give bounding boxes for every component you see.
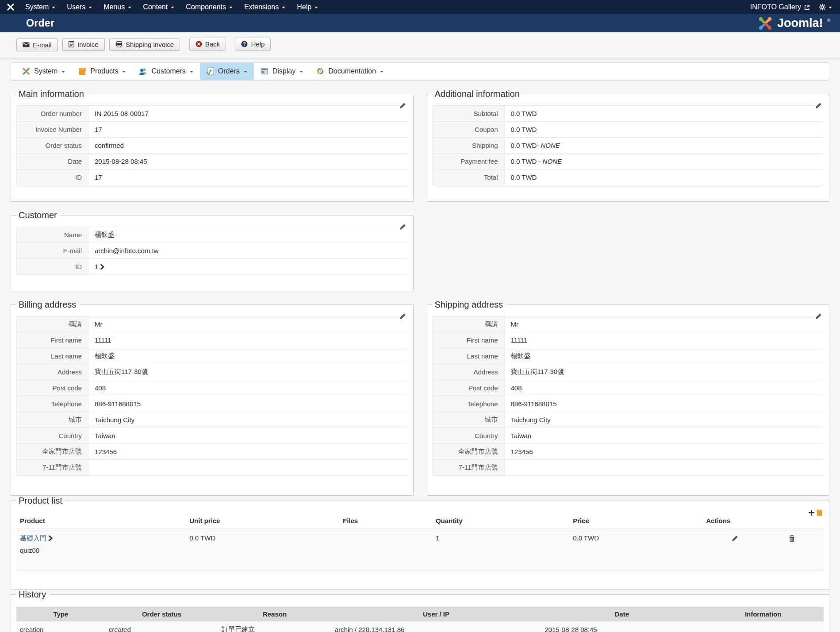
field-value: 0.0 TWD -NONE xyxy=(504,153,824,169)
back-button[interactable]: Back xyxy=(189,38,226,50)
field-label: 全家門市店號 xyxy=(433,443,504,459)
table-row: Subtotal0.0 TWD xyxy=(433,105,824,121)
display-icon xyxy=(261,68,268,75)
field-value: 2015-08-28 08:45 xyxy=(88,153,408,169)
vmnav-display[interactable]: Display xyxy=(254,63,310,80)
customer-table: Name楊欽盛 E-mailarchin@infoto.com.tw ID1 xyxy=(16,227,408,275)
edit-icon[interactable] xyxy=(399,313,406,320)
tools-icon xyxy=(22,67,30,75)
customers-icon xyxy=(139,68,147,75)
invoice-button[interactable]: Invoice xyxy=(62,38,105,51)
panel-title: Customer xyxy=(16,210,61,220)
gear-icon[interactable] xyxy=(819,4,832,11)
menu-components[interactable]: Components xyxy=(180,0,238,14)
forward-arrow-icon[interactable] xyxy=(49,536,53,541)
edit-icon[interactable] xyxy=(399,224,406,231)
back-icon xyxy=(196,41,202,47)
table-row: Shipping0.0 TWD-NONE xyxy=(433,137,824,153)
menu-menus[interactable]: Menus xyxy=(98,0,137,14)
main-information-table: Order numberIN-2015-08-00017 Invoice Num… xyxy=(16,105,408,185)
vmnav-products[interactable]: Products xyxy=(72,63,132,80)
field-value: 0.0 TWD xyxy=(504,121,824,137)
field-value: Taichung City xyxy=(88,412,408,428)
history-table: Type Order status Reason User / IP Date … xyxy=(16,607,824,632)
panel-title: Product list xyxy=(16,496,66,506)
field-value xyxy=(88,459,408,475)
vmnav-system[interactable]: System xyxy=(15,63,72,80)
orders-icon xyxy=(207,67,214,75)
vmnav-customers[interactable]: Customers xyxy=(132,63,199,80)
field-value: 0.0 TWD-NONE xyxy=(504,137,824,153)
forward-arrow-icon[interactable] xyxy=(100,264,104,270)
table-row: E-mailarchin@infoto.com.tw xyxy=(17,243,408,258)
field-label: Order number xyxy=(17,105,88,121)
billing-address-panel: Billing address 稱謂Mr First name11111 Las… xyxy=(11,300,414,496)
field-value: IN-2015-08-00017 xyxy=(88,105,408,121)
edit-icon[interactable] xyxy=(815,102,822,109)
field-label: Invoice Number xyxy=(17,121,88,137)
billing-address-table: 稱謂Mr First name11111 Last name楊欽盛 Addres… xyxy=(16,316,408,476)
price-cell: 0.0 TWD xyxy=(569,528,702,570)
date-cell: 2015-08-28 08:45 xyxy=(541,621,702,632)
reason-cell: 訂單已建立 xyxy=(218,621,331,632)
field-value: 楊欽盛 xyxy=(88,348,408,364)
email-button[interactable]: E-mail xyxy=(16,39,58,51)
field-value: 17 xyxy=(88,121,408,137)
vmnav-orders[interactable]: Orders xyxy=(200,63,254,80)
edit-icon[interactable] xyxy=(731,535,738,542)
status-cell: created xyxy=(105,621,219,632)
product-box-icon[interactable] xyxy=(816,509,823,516)
menu-help[interactable]: Help xyxy=(291,0,324,14)
table-row: Name楊欽盛 xyxy=(17,227,408,243)
menu-users[interactable]: Users xyxy=(61,0,98,14)
table-row: Post code408 xyxy=(433,380,824,396)
files-cell xyxy=(339,528,432,570)
chevron-down-icon xyxy=(88,7,92,8)
field-label: 城市 xyxy=(17,412,88,428)
help-icon: ? xyxy=(241,41,248,47)
shipping-invoice-button[interactable]: Shipping invoice xyxy=(109,38,180,51)
table-row: 7-11門市店號 xyxy=(433,459,824,475)
column-header: Price xyxy=(569,513,702,529)
edit-icon[interactable] xyxy=(399,102,406,109)
table-row: Total0.0 TWD xyxy=(433,169,824,185)
menu-system[interactable]: System xyxy=(19,0,61,14)
vmnav-documentation[interactable]: Documentation xyxy=(310,63,390,80)
field-label: Last name xyxy=(433,348,504,364)
field-value: 0.0 TWD xyxy=(504,169,824,185)
field-value: 886-911688015 xyxy=(88,396,408,412)
help-button[interactable]: ? Help xyxy=(235,38,271,50)
chevron-down-icon xyxy=(244,71,247,73)
history-panel: History Type Order status Reason User / … xyxy=(11,590,829,632)
printer-icon xyxy=(115,41,123,47)
table-row: 城市Taichung City xyxy=(17,412,408,428)
edit-icon[interactable] xyxy=(815,313,822,320)
table-row: ID1 xyxy=(17,258,408,274)
product-link[interactable]: 基礎入門 xyxy=(20,534,46,542)
table-row: Address寶山五街117-30號 xyxy=(433,364,824,380)
add-product-icon[interactable] xyxy=(809,510,814,516)
site-preview-link[interactable]: INFOTO Gallery xyxy=(750,3,810,11)
field-value: 408 xyxy=(88,380,408,396)
field-value: Taiwan xyxy=(88,428,408,443)
chevron-down-icon xyxy=(190,71,193,73)
field-label: Date xyxy=(17,153,88,169)
field-value: 1 xyxy=(88,258,408,274)
field-label: Post code xyxy=(433,380,504,396)
column-header: User / IP xyxy=(331,607,541,621)
menu-content[interactable]: Content xyxy=(137,0,180,14)
field-value: archin@infoto.com.tw xyxy=(88,243,408,258)
field-label: 全家門市店號 xyxy=(17,443,88,459)
field-value: confirmed xyxy=(88,137,408,153)
main-content: Main information Order numberIN-2015-08-… xyxy=(0,89,840,632)
trash-icon[interactable] xyxy=(789,535,795,542)
column-header: Product xyxy=(16,513,186,529)
menu-extensions[interactable]: Extensions xyxy=(238,0,291,14)
external-link-icon xyxy=(804,4,810,10)
field-value: 11111 xyxy=(504,332,824,348)
column-header: Unit price xyxy=(186,513,339,529)
column-header: Information xyxy=(702,607,824,621)
table-row: ID17 xyxy=(17,169,408,185)
joomla-icon xyxy=(6,3,15,12)
svg-text:?: ? xyxy=(243,42,246,46)
